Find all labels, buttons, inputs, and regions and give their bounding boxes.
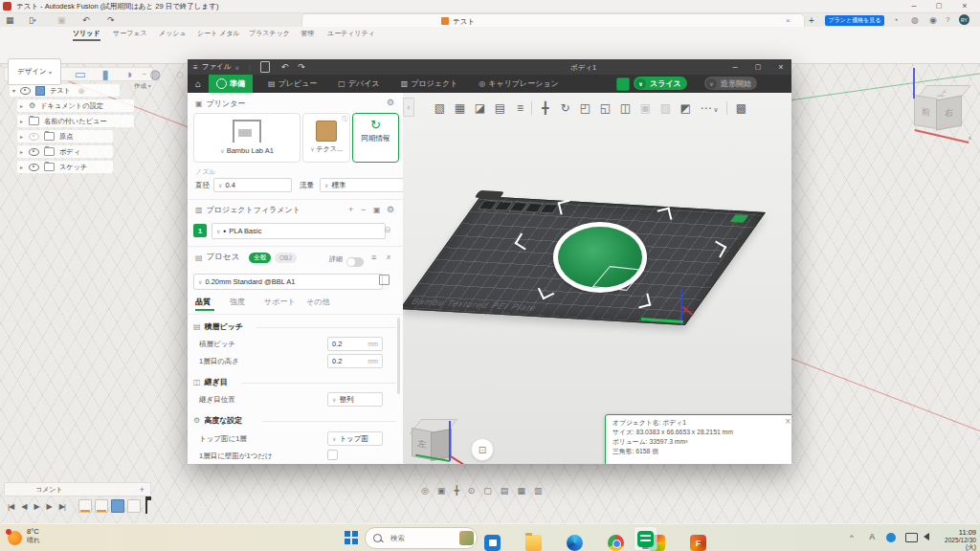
tab-close-icon[interactable]: × (786, 16, 791, 25)
slicer-viewport[interactable]: ‹ ▧ ▦ ◪ ▤ ≡ ╋ ↻ ◰ ◱ ◫ ▣ ▨ ◩ ⋯ ∨ ▩ (403, 93, 791, 464)
compare-presets-icon[interactable]: x (387, 253, 390, 261)
chevron-right-icon[interactable]: ▸ (20, 133, 23, 140)
pan-icon[interactable]: ╋ (454, 486, 458, 496)
ribbon-tab-solid[interactable]: ソリッド (73, 29, 100, 41)
eye-icon[interactable] (29, 164, 39, 171)
file-explorer-icon[interactable] (525, 535, 542, 551)
new-tab-button[interactable]: + (809, 15, 814, 26)
orbit-icon[interactable]: ◎ (421, 486, 429, 496)
viewcube[interactable]: 上 前 右 x (909, 81, 978, 143)
place-on-face-icon[interactable]: ◱ (596, 99, 614, 118)
slicer-titlebar[interactable]: ≡ ファイル ∨ | ↶ ↷ ボディ1 – ▢ × (188, 59, 791, 75)
close-button[interactable]: × (956, 0, 973, 11)
plate-type-card[interactable]: ⓘ ∨ テクス... (302, 113, 350, 163)
info-close-icon[interactable]: × (785, 417, 791, 427)
revolve-icon[interactable]: ◗ (121, 65, 140, 84)
viewports-icon[interactable]: ▥ (534, 486, 543, 496)
scale-tool-icon[interactable]: ◰ (576, 99, 594, 118)
comments-bar[interactable]: コメント + (4, 482, 151, 496)
viewcube-right-face[interactable]: 右 (936, 96, 962, 131)
undo-icon[interactable]: ↶ (281, 62, 289, 72)
move-tool-icon[interactable]: ╋ (536, 99, 554, 118)
ribbon-tab-utilities[interactable]: ユーティリティ (327, 29, 375, 38)
filament-select[interactable]: ∨ ▪ PLA Basic (212, 223, 386, 239)
new-file-icon[interactable]: ▯▾ (29, 15, 35, 25)
clock[interactable]: 11:09 2025/12/30 (火) (936, 528, 976, 551)
tray-expand-icon[interactable]: ^ (850, 533, 854, 541)
ribbon-tab-surface[interactable]: サーフェス (113, 29, 147, 38)
viewcube-front-face[interactable]: 前 (914, 95, 938, 129)
tab-project[interactable]: ▥プロジェクト (393, 75, 466, 93)
tab-prepare[interactable]: 準備 (209, 75, 253, 93)
split-tool-icon[interactable]: ◫ (616, 99, 635, 118)
preset-list-icon[interactable]: ≡ (371, 253, 376, 262)
auto-arrange-icon[interactable]: ▤ (491, 99, 509, 118)
chevron-right-icon[interactable]: ▸ (20, 102, 23, 109)
job-status-icon[interactable]: ◔ (893, 15, 898, 25)
browser-node-sketches[interactable]: ▸ スケッチ (17, 161, 113, 173)
slicer-minimize-button[interactable]: – (726, 61, 744, 73)
print-button[interactable]: ∨ 造形開始 (704, 77, 757, 90)
menu-icon[interactable]: ≡ (193, 63, 198, 72)
network-icon[interactable] (905, 533, 918, 542)
process-scope-global-badge[interactable]: 全般 (249, 253, 271, 263)
slicer-close-button[interactable]: × (772, 61, 790, 73)
orbit-view-button[interactable]: ⊡ (471, 438, 494, 461)
chevron-right-icon[interactable]: ▸ (20, 164, 23, 170)
more-tools-icon[interactable]: ⋯ ∨ (697, 99, 722, 118)
slicer-maximize-button[interactable]: ▢ (749, 61, 767, 73)
home-icon[interactable]: ⌂ (188, 75, 209, 93)
eye-icon[interactable] (29, 148, 39, 156)
process-tab-quality[interactable]: 品質 (195, 297, 211, 307)
add-comment-icon[interactable]: + (140, 485, 145, 495)
add-object-icon[interactable]: ▧ (431, 99, 449, 118)
process-tab-support[interactable]: サポート (264, 297, 296, 307)
tray-app-icon[interactable] (886, 533, 896, 542)
layers-icon[interactable]: ≡ (511, 99, 529, 118)
ribbon-tab-mesh[interactable]: メッシュ (159, 29, 187, 38)
flow-select[interactable]: ∨標準 (320, 178, 404, 192)
timeline-play-button[interactable]: ▶ (33, 502, 38, 511)
timeline-body-feature[interactable] (111, 499, 124, 513)
diameter-select[interactable]: ∨0.4 (213, 178, 292, 192)
browser-root-node[interactable]: ▾ テスト ◎ (10, 84, 120, 97)
variable-layer-icon[interactable]: ▨ (657, 99, 675, 118)
extensions-icon[interactable]: ◍ (911, 15, 919, 25)
weather-widget[interactable]: 8°C 晴れ (27, 527, 40, 545)
filament-remove-icon[interactable]: ⊖ (384, 225, 391, 234)
timeline-forward-button[interactable]: ▶ (47, 502, 52, 511)
notifications-icon[interactable]: ◉ (929, 15, 937, 25)
top-one-wall-select[interactable]: ∨ トップ面 (327, 431, 383, 446)
timeline-sketch-feature[interactable] (78, 499, 92, 513)
remove-filament-icon[interactable]: − (361, 205, 366, 214)
add-filament-icon[interactable]: + (348, 205, 353, 214)
filament-printer-icon[interactable]: ▣ (373, 206, 381, 214)
timeline-start-button[interactable]: |◀ (8, 502, 13, 511)
rotate-tool-icon[interactable]: ↻ (556, 99, 574, 118)
sync-info-card[interactable]: ↻ 同期情報 (352, 113, 399, 163)
printer-settings-gear-icon[interactable]: ⚙ (387, 98, 394, 107)
eye-icon[interactable] (20, 87, 31, 95)
seam-position-select[interactable]: ∨ 整列 (327, 392, 383, 407)
browser-node-origin[interactable]: ▸ 原点 (17, 130, 113, 143)
start-button[interactable] (345, 531, 358, 544)
first-layer-height-input[interactable]: 0.2 mm (327, 354, 383, 368)
assembly-icon[interactable]: ▩ (732, 99, 750, 118)
fit-icon[interactable]: ▢ (483, 486, 492, 496)
app-grid-icon[interactable]: ▦ (6, 15, 14, 25)
mesh-icon[interactable]: ◌ (170, 65, 189, 84)
timeline-canvas-feature[interactable] (127, 499, 141, 513)
mirror-tool-icon[interactable]: ▣ (636, 99, 655, 118)
activate-target-icon[interactable]: ◎ (78, 87, 84, 95)
slice-button[interactable]: ∨ スライス (634, 77, 687, 90)
timeline-back-button[interactable]: ◀ (21, 502, 26, 511)
single-wall-first-layer-checkbox[interactable] (327, 450, 338, 460)
help-icon[interactable]: ? (946, 15, 949, 24)
maximize-button[interactable]: ▢ (930, 0, 947, 11)
tab-device[interactable]: ▢デバイス (330, 75, 387, 93)
printer-card[interactable]: ∨ Bambu Lab A1 (193, 113, 301, 163)
layer-height-input[interactable]: 0.2 mm (327, 337, 383, 351)
grid-settings-icon[interactable]: ▦ (517, 486, 525, 496)
plans-pricing-button[interactable]: プランと価格を見る (825, 15, 884, 26)
workspace-selector[interactable]: デザイン ▾ (8, 58, 61, 85)
